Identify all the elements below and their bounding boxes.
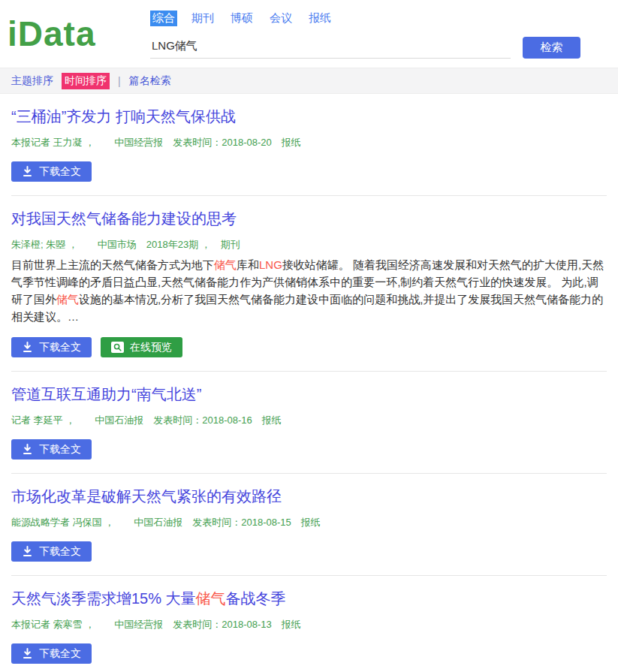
- meta-part: 中国市场: [98, 239, 137, 250]
- idata-logo: iData: [8, 8, 150, 60]
- sort-by-theme[interactable]: 主题排序: [11, 74, 53, 88]
- meta-part: 中国石油报: [95, 414, 143, 426]
- result-title-link[interactable]: 市场化改革是破解天然气紧张的有效路径: [11, 488, 282, 505]
- text-segment: 天然气淡季需求增15% 大量: [11, 590, 196, 607]
- result-title-link[interactable]: 对我国天然气储备能力建设的思考: [11, 210, 237, 227]
- download-icon: [22, 166, 33, 177]
- meta-part: 记者 李延平 ，: [11, 414, 75, 426]
- nav-tab[interactable]: 期刊: [189, 11, 216, 26]
- download-icon: [22, 342, 33, 353]
- result-title: “三桶油”齐发力 打响天然气保供战: [11, 107, 607, 126]
- nav-tabs: 综合期刊博硕会议报纸: [150, 11, 580, 26]
- text-segment: 目前世界上主流的天然气储备方式为地下: [11, 258, 214, 271]
- result-item: 对我国天然气储备能力建设的思考朱泽橙; 朱曌 ，中国市场2018年23期 ，期刊…: [11, 196, 607, 372]
- download-icon: [22, 444, 33, 455]
- result-title-link[interactable]: 管道互联互通助力“南气北送”: [11, 386, 201, 402]
- text-segment: “三桶油”齐发力 打响天然气保供战: [11, 108, 236, 125]
- download-fulltext-button[interactable]: 下载全文: [11, 643, 92, 664]
- button-label: 下载全文: [39, 443, 81, 457]
- meta-part: 能源战略学者 冯保国 ，: [11, 517, 114, 528]
- result-item: “三桶油”齐发力 打响天然气保供战本报记者 王力凝 ，中国经营报发表时间：201…: [11, 94, 607, 196]
- result-title: 对我国天然气储备能力建设的思考: [11, 209, 607, 228]
- button-row: 下载全文: [11, 161, 607, 182]
- text-segment: 库和: [237, 258, 259, 271]
- download-fulltext-button[interactable]: 下载全文: [11, 541, 92, 562]
- result-title-link[interactable]: “三桶油”齐发力 打响天然气保供战: [11, 108, 236, 125]
- meta-part: 报纸: [282, 137, 301, 148]
- button-label: 下载全文: [39, 545, 81, 559]
- result-meta: 本报记者 索寒雪 ，中国经营报发表时间：2018-08-13报纸: [11, 618, 607, 631]
- keyword-highlight: 储气: [56, 293, 79, 306]
- text-segment: 设施的基本情况,分析了我国天然气储备能力建设中面临的问题和挑战,并提出了发展我国…: [11, 293, 603, 323]
- meta-part: 2018年23期 ，: [146, 239, 211, 250]
- text-segment: 备战冬季: [226, 590, 286, 607]
- meta-part: 本报记者 王力凝 ，: [11, 137, 95, 148]
- search-input[interactable]: [150, 37, 511, 59]
- download-icon: [22, 648, 33, 659]
- results-list: “三桶油”齐发力 打响天然气保供战本报记者 王力凝 ，中国经营报发表时间：201…: [0, 94, 618, 672]
- meta-part: 中国石油报: [134, 517, 182, 528]
- keyword-highlight: 储气: [196, 590, 226, 607]
- sort-separator: |: [118, 75, 121, 87]
- header: iData 综合期刊博硕会议报纸 检索: [0, 0, 618, 60]
- text-segment: 市场化改革是破解天然气紧张的有效路径: [11, 488, 282, 505]
- result-item: 天然气淡季需求增15% 大量储气备战冬季本报记者 索寒雪 ，中国经营报发表时间：…: [11, 576, 607, 672]
- meta-part: 报纸: [282, 619, 301, 630]
- result-item: 管道互联互通助力“南气北送”记者 李延平 ，中国石油报发表时间：2018-08-…: [11, 372, 607, 474]
- result-meta: 朱泽橙; 朱曌 ，中国市场2018年23期 ，期刊: [11, 238, 607, 252]
- download-fulltext-button[interactable]: 下载全文: [11, 337, 92, 357]
- button-label: 下载全文: [39, 341, 81, 354]
- nav-tab[interactable]: 会议: [267, 11, 294, 26]
- button-label: 下载全文: [39, 165, 81, 179]
- button-row: 下载全文: [11, 541, 607, 562]
- meta-part: 发表时间：2018-08-20: [173, 137, 272, 148]
- meta-part: 报纸: [301, 517, 321, 528]
- meta-part: 本报记者 索寒雪 ，: [11, 619, 95, 630]
- meta-part: 朱泽橙; 朱曌 ，: [11, 239, 78, 250]
- magnifier-icon: [111, 342, 124, 353]
- result-meta: 本报记者 王力凝 ，中国经营报发表时间：2018-08-20报纸: [11, 136, 607, 149]
- search-button[interactable]: 检索: [523, 37, 580, 59]
- meta-part: 发表时间：2018-08-16: [153, 414, 252, 426]
- meta-part: 报纸: [262, 414, 282, 426]
- sort-bar: 主题排序 时间排序 | 篇名检索: [0, 68, 618, 94]
- result-title-link[interactable]: 天然气淡季需求增15% 大量储气备战冬季: [11, 590, 286, 607]
- button-row: 下载全文: [11, 643, 607, 664]
- meta-part: 发表时间：2018-08-15: [192, 517, 291, 528]
- nav-tab[interactable]: 综合: [150, 11, 177, 26]
- result-title: 管道互联互通助力“南气北送”: [11, 384, 607, 404]
- result-title: 天然气淡季需求增15% 大量储气备战冬季: [11, 589, 607, 608]
- result-title: 市场化改革是破解天然气紧张的有效路径: [11, 487, 607, 506]
- nav-tab[interactable]: 博硕: [228, 11, 255, 26]
- button-label: 在线预览: [130, 341, 172, 354]
- result-meta: 记者 李延平 ，中国石油报发表时间：2018-08-16报纸: [11, 414, 607, 427]
- download-fulltext-button[interactable]: 下载全文: [11, 439, 92, 460]
- keyword-highlight: 储气: [214, 258, 237, 271]
- result-abstract: 目前世界上主流的天然气储备方式为地下储气库和LNG接收站储罐。 随着我国经济高速…: [11, 256, 607, 325]
- button-label: 下载全文: [39, 647, 81, 661]
- meta-part: 发表时间：2018-08-13: [173, 619, 272, 630]
- download-icon: [22, 546, 33, 557]
- online-preview-button[interactable]: 在线预览: [101, 337, 182, 357]
- button-row: 下载全文在线预览: [11, 337, 607, 357]
- sort-by-time[interactable]: 时间排序: [62, 73, 110, 89]
- header-right: 综合期刊博硕会议报纸 检索: [150, 8, 580, 60]
- meta-part: 中国经营报: [114, 137, 163, 148]
- nav-tab[interactable]: 报纸: [306, 11, 333, 26]
- result-item: 市场化改革是破解天然气紧张的有效路径能源战略学者 冯保国 ，中国石油报发表时间：…: [11, 474, 607, 576]
- button-row: 下载全文: [11, 439, 607, 460]
- title-search-link[interactable]: 篇名检索: [129, 74, 171, 88]
- keyword-highlight: LNG: [259, 258, 282, 271]
- text-segment: 管道互联互通助力“南气北送”: [11, 386, 201, 402]
- meta-part: 中国经营报: [114, 619, 163, 630]
- search-row: 检索: [150, 37, 580, 59]
- download-fulltext-button[interactable]: 下载全文: [11, 161, 92, 182]
- text-segment: 对我国天然气储备能力建设的思考: [11, 210, 237, 227]
- meta-part: 期刊: [221, 239, 240, 250]
- result-meta: 能源战略学者 冯保国 ，中国石油报发表时间：2018-08-15报纸: [11, 516, 607, 529]
